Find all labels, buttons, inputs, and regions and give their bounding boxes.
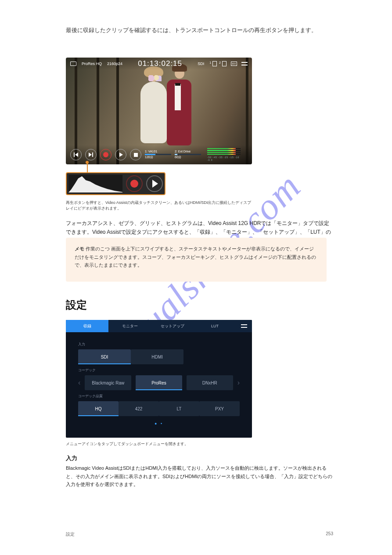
- settings-icon[interactable]: [241, 61, 248, 66]
- page-footer: 設定 253: [66, 531, 333, 537]
- resolution-label: 2160p24: [107, 62, 122, 66]
- input-subheading: 入力: [66, 454, 77, 462]
- record-button[interactable]: [100, 149, 111, 160]
- note-text: 作業のこつ 画面を上下にスワイプすると、ステータステキストやメーターが非表示にな…: [75, 246, 316, 268]
- skip-back-button[interactable]: [70, 149, 82, 160]
- sd1-icon[interactable]: [212, 61, 217, 66]
- input-option-hdmi[interactable]: HDMI: [131, 349, 183, 364]
- input-body-text: Blackmagic Video AssistはSDIまたはHDMI入力を搭載し…: [66, 464, 333, 489]
- tab-gear[interactable]: [236, 320, 252, 332]
- input-label: SDI: [198, 62, 204, 66]
- quality-pxy[interactable]: PXY: [199, 401, 240, 416]
- tab-record[interactable]: 収録: [66, 320, 108, 332]
- note-box: メモ 作業のこつ 画面を上下にスワイプすると、ステータステキストやメーターが非表…: [66, 238, 327, 282]
- footer-section: 設定: [66, 531, 75, 537]
- stop-button[interactable]: [130, 149, 141, 160]
- codec-next[interactable]: ›: [237, 379, 240, 387]
- monitor-caption: 再生ボタンを押すと、Video Assistの内蔵タッチスクリーン、あるいはHD…: [66, 200, 252, 211]
- input-option-sdi[interactable]: SDI: [78, 349, 131, 364]
- gear-icon: [241, 323, 247, 329]
- tab-monitor[interactable]: モニター: [108, 320, 151, 332]
- drive2-status[interactable]: 2: Ext Drive 60分: [175, 150, 201, 160]
- codec-option-prores[interactable]: ProRes: [136, 375, 182, 390]
- skip-fwd-button[interactable]: [85, 149, 97, 160]
- settings-heading: 設定: [66, 298, 87, 312]
- input-section-label: 入力: [78, 342, 240, 347]
- settings-caption: メニューアイコンをタップしてダッシュボードメニューを開きます。: [66, 441, 188, 447]
- codec-option-braw[interactable]: Blackmagic Raw: [85, 375, 131, 390]
- bride-figure: [140, 82, 167, 143]
- tab-lut[interactable]: LUT: [194, 320, 236, 332]
- callout-record-button[interactable]: [126, 175, 143, 192]
- codec-option-dnxhr[interactable]: DNxHR: [187, 375, 233, 390]
- play-button[interactable]: [115, 149, 126, 160]
- timecode: 01:13:02:15: [128, 59, 192, 68]
- quality-422[interactable]: 422: [119, 401, 159, 416]
- page-dots[interactable]: ● •: [78, 421, 240, 426]
- fullscreen-icon[interactable]: [70, 62, 76, 66]
- drive1-status[interactable]: 1: VA101 120分: [145, 150, 171, 160]
- quality-section-label: コーデック品質: [78, 394, 240, 399]
- flower-crown: [148, 75, 162, 81]
- codec-prev[interactable]: ‹: [78, 379, 80, 387]
- scopes-icon[interactable]: [231, 62, 237, 66]
- note-label: メモ: [75, 246, 84, 251]
- footer-page-number: 253: [326, 531, 333, 537]
- page-intro-text: 最後に収録したクリップを確認するには、トランスポートコントロールの再生ボタンを押…: [66, 26, 317, 34]
- callout-panel: [66, 172, 165, 195]
- tab-setup[interactable]: セットアップ: [151, 320, 194, 332]
- sd2-icon[interactable]: [222, 61, 227, 66]
- callout-play-button[interactable]: [146, 175, 163, 192]
- codec-section-label: コーデック: [78, 368, 240, 373]
- codec-label: ProRes HQ: [82, 62, 102, 66]
- quality-hq[interactable]: HQ: [78, 401, 119, 416]
- audio-meters[interactable]: -50 -45 -35 -25 -15 -10 -6 0: [207, 148, 241, 161]
- quality-lt[interactable]: LT: [159, 401, 199, 416]
- histogram: [68, 175, 122, 192]
- settings-panel: 収録 モニター セットアップ LUT 入力 SDI HDMI コーデック ‹ B…: [66, 320, 252, 438]
- monitor-preview: ProRes HQ 2160p24 01:13:02:15 SDI 12 1: …: [66, 58, 252, 164]
